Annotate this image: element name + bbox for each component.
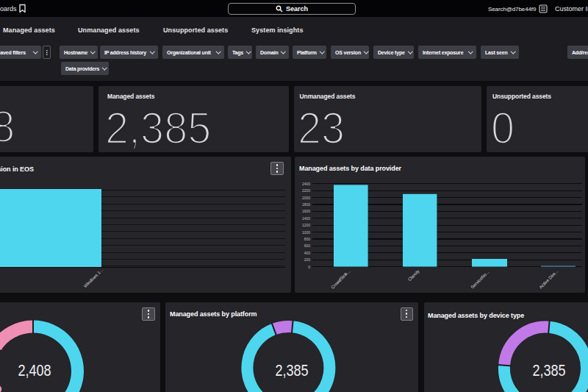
svg-text:1600: 1600 (302, 209, 310, 213)
svg-text:600: 600 (304, 243, 311, 248)
svg-text:Active Dire...: Active Dire... (538, 268, 559, 290)
svg-text:400: 400 (304, 251, 311, 255)
svg-text:800: 800 (304, 237, 311, 241)
svg-text:1800: 1800 (302, 202, 310, 207)
svg-text:1200: 1200 (302, 223, 310, 227)
svg-text:1400: 1400 (302, 216, 310, 221)
svg-text:2200: 2200 (302, 188, 310, 193)
svg-text:Claroty: Claroty (407, 268, 420, 282)
svg-text:CrowdStrik...: CrowdStrik... (330, 268, 351, 290)
svg-text:200: 200 (304, 257, 311, 262)
svg-text:2400: 2400 (302, 182, 310, 186)
svg-text:2000: 2000 (302, 196, 310, 200)
svg-text:0: 0 (308, 265, 310, 269)
svg-text:1000: 1000 (302, 230, 310, 235)
svg-text:ServiceNo...: ServiceNo... (470, 269, 490, 290)
